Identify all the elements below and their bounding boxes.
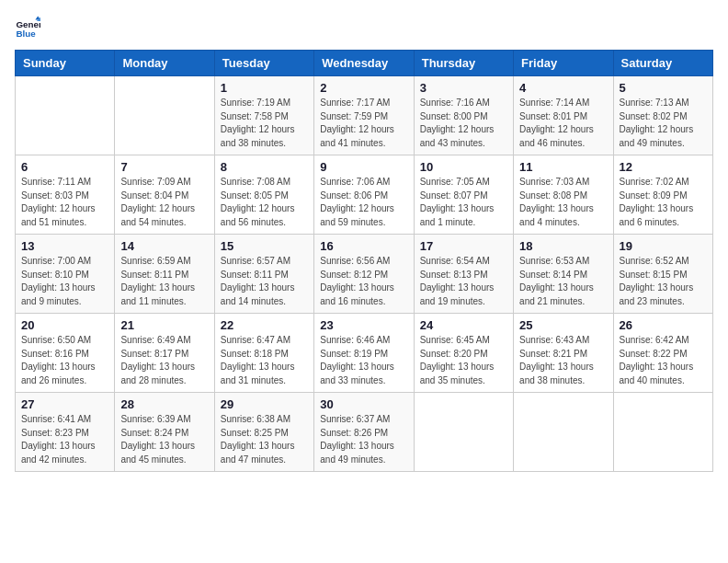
calendar-week-row: 13 Sunrise: 7:00 AMSunset: 8:10 PMDaylig…	[16, 235, 713, 314]
day-info: Sunrise: 6:39 AMSunset: 8:24 PMDaylight:…	[120, 414, 195, 465]
calendar-day-cell: 5 Sunrise: 7:13 AMSunset: 8:02 PMDayligh…	[613, 76, 712, 155]
weekday-header-cell: Sunday	[16, 51, 115, 76]
calendar-day-cell: 30 Sunrise: 6:37 AMSunset: 8:26 PMDaylig…	[314, 393, 414, 472]
calendar-day-cell: 15 Sunrise: 6:57 AMSunset: 8:11 PMDaylig…	[214, 235, 313, 314]
calendar-week-row: 1 Sunrise: 7:19 AMSunset: 7:58 PMDayligh…	[16, 76, 713, 155]
day-number: 16	[320, 239, 407, 253]
calendar-day-cell: 2 Sunrise: 7:17 AMSunset: 7:59 PMDayligh…	[314, 76, 414, 155]
day-info: Sunrise: 6:53 AMSunset: 8:14 PMDaylight:…	[519, 256, 594, 306]
day-number: 7	[120, 160, 208, 174]
day-info: Sunrise: 7:06 AMSunset: 8:06 PMDaylight:…	[320, 177, 394, 227]
calendar-day-cell: 8 Sunrise: 7:08 AMSunset: 8:05 PMDayligh…	[214, 155, 313, 235]
day-info: Sunrise: 6:57 AMSunset: 8:11 PMDaylight:…	[221, 256, 295, 306]
calendar-day-cell: 13 Sunrise: 7:00 AMSunset: 8:10 PMDaylig…	[16, 235, 115, 314]
day-number: 3	[420, 81, 507, 95]
logo: General Blue	[15, 15, 44, 40]
weekday-header-cell: Tuesday	[214, 51, 313, 76]
day-info: Sunrise: 7:16 AMSunset: 8:00 PMDaylight:…	[420, 98, 495, 148]
day-number: 1	[221, 81, 308, 95]
calendar-day-cell: 26 Sunrise: 6:42 AMSunset: 8:22 PMDaylig…	[613, 314, 712, 393]
day-number: 12	[620, 160, 707, 174]
calendar-day-cell: 12 Sunrise: 7:02 AMSunset: 8:09 PMDaylig…	[613, 155, 712, 235]
day-number: 19	[620, 239, 707, 253]
page-header: General Blue	[15, 15, 713, 40]
calendar-day-cell: 3 Sunrise: 7:16 AMSunset: 8:00 PMDayligh…	[414, 76, 513, 155]
day-info: Sunrise: 7:17 AMSunset: 7:59 PMDaylight:…	[320, 98, 394, 148]
day-info: Sunrise: 6:50 AMSunset: 8:16 PMDaylight:…	[21, 335, 96, 385]
day-number: 27	[21, 397, 108, 411]
calendar-day-cell: 10 Sunrise: 7:05 AMSunset: 8:07 PMDaylig…	[414, 155, 513, 235]
day-number: 21	[120, 318, 208, 332]
calendar-day-cell: 6 Sunrise: 7:11 AMSunset: 8:03 PMDayligh…	[16, 155, 115, 235]
calendar-day-cell	[414, 393, 513, 472]
calendar-day-cell: 22 Sunrise: 6:47 AMSunset: 8:18 PMDaylig…	[214, 314, 313, 393]
day-info: Sunrise: 7:02 AMSunset: 8:09 PMDaylight:…	[620, 177, 694, 227]
day-info: Sunrise: 7:00 AMSunset: 8:10 PMDaylight:…	[21, 256, 96, 306]
day-info: Sunrise: 7:08 AMSunset: 8:05 PMDaylight:…	[221, 177, 295, 227]
calendar-day-cell: 16 Sunrise: 6:56 AMSunset: 8:12 PMDaylig…	[314, 235, 414, 314]
day-info: Sunrise: 6:49 AMSunset: 8:17 PMDaylight:…	[120, 335, 195, 385]
calendar-day-cell: 28 Sunrise: 6:39 AMSunset: 8:24 PMDaylig…	[115, 393, 214, 472]
calendar-day-cell: 17 Sunrise: 6:54 AMSunset: 8:13 PMDaylig…	[414, 235, 513, 314]
calendar-day-cell	[613, 393, 712, 472]
day-info: Sunrise: 6:41 AMSunset: 8:23 PMDaylight:…	[21, 414, 96, 465]
day-number: 25	[519, 318, 607, 332]
day-info: Sunrise: 6:46 AMSunset: 8:19 PMDaylight:…	[320, 335, 394, 385]
calendar-day-cell: 21 Sunrise: 6:49 AMSunset: 8:17 PMDaylig…	[115, 314, 214, 393]
calendar-day-cell	[115, 76, 214, 155]
calendar-day-cell: 29 Sunrise: 6:38 AMSunset: 8:25 PMDaylig…	[214, 393, 313, 472]
day-info: Sunrise: 7:13 AMSunset: 8:02 PMDaylight:…	[620, 98, 694, 148]
day-number: 22	[221, 318, 308, 332]
day-number: 30	[320, 397, 407, 411]
day-info: Sunrise: 6:52 AMSunset: 8:15 PMDaylight:…	[620, 256, 694, 306]
calendar-day-cell: 4 Sunrise: 7:14 AMSunset: 8:01 PMDayligh…	[514, 76, 613, 155]
day-number: 26	[620, 318, 707, 332]
calendar-day-cell: 1 Sunrise: 7:19 AMSunset: 7:58 PMDayligh…	[214, 76, 313, 155]
day-number: 4	[519, 81, 607, 95]
day-number: 28	[120, 397, 208, 411]
calendar-day-cell: 11 Sunrise: 7:03 AMSunset: 8:08 PMDaylig…	[514, 155, 613, 235]
day-info: Sunrise: 6:54 AMSunset: 8:13 PMDaylight:…	[420, 256, 495, 306]
day-number: 23	[320, 318, 407, 332]
day-number: 14	[120, 239, 208, 253]
day-info: Sunrise: 7:11 AMSunset: 8:03 PMDaylight:…	[21, 177, 96, 227]
calendar-day-cell	[514, 393, 613, 472]
day-info: Sunrise: 7:03 AMSunset: 8:08 PMDaylight:…	[519, 177, 594, 227]
calendar-week-row: 20 Sunrise: 6:50 AMSunset: 8:16 PMDaylig…	[16, 314, 713, 393]
weekday-header-row: SundayMondayTuesdayWednesdayThursdayFrid…	[16, 51, 713, 76]
day-info: Sunrise: 6:47 AMSunset: 8:18 PMDaylight:…	[221, 335, 295, 385]
calendar-day-cell: 24 Sunrise: 6:45 AMSunset: 8:20 PMDaylig…	[414, 314, 513, 393]
day-number: 24	[420, 318, 507, 332]
calendar-day-cell: 18 Sunrise: 6:53 AMSunset: 8:14 PMDaylig…	[514, 235, 613, 314]
day-info: Sunrise: 6:56 AMSunset: 8:12 PMDaylight:…	[320, 256, 394, 306]
calendar-day-cell: 14 Sunrise: 6:59 AMSunset: 8:11 PMDaylig…	[115, 235, 214, 314]
day-number: 8	[221, 160, 308, 174]
day-number: 6	[21, 160, 108, 174]
calendar-day-cell: 27 Sunrise: 6:41 AMSunset: 8:23 PMDaylig…	[16, 393, 115, 472]
weekday-header-cell: Wednesday	[314, 51, 414, 76]
day-info: Sunrise: 6:42 AMSunset: 8:22 PMDaylight:…	[620, 335, 694, 385]
calendar-day-cell: 23 Sunrise: 6:46 AMSunset: 8:19 PMDaylig…	[314, 314, 414, 393]
day-number: 5	[620, 81, 707, 95]
day-info: Sunrise: 7:09 AMSunset: 8:04 PMDaylight:…	[120, 177, 195, 227]
calendar-day-cell	[16, 76, 115, 155]
day-number: 20	[21, 318, 108, 332]
day-info: Sunrise: 7:05 AMSunset: 8:07 PMDaylight:…	[420, 177, 495, 227]
calendar-week-row: 27 Sunrise: 6:41 AMSunset: 8:23 PMDaylig…	[16, 393, 713, 472]
day-number: 9	[320, 160, 407, 174]
calendar-body: 1 Sunrise: 7:19 AMSunset: 7:58 PMDayligh…	[16, 76, 713, 472]
day-info: Sunrise: 7:19 AMSunset: 7:58 PMDaylight:…	[221, 98, 295, 148]
calendar-day-cell: 7 Sunrise: 7:09 AMSunset: 8:04 PMDayligh…	[115, 155, 214, 235]
day-number: 2	[320, 81, 407, 95]
day-number: 17	[420, 239, 507, 253]
svg-text:Blue: Blue	[16, 29, 36, 39]
calendar-day-cell: 9 Sunrise: 7:06 AMSunset: 8:06 PMDayligh…	[314, 155, 414, 235]
calendar-day-cell: 19 Sunrise: 6:52 AMSunset: 8:15 PMDaylig…	[613, 235, 712, 314]
calendar-day-cell: 25 Sunrise: 6:43 AMSunset: 8:21 PMDaylig…	[514, 314, 613, 393]
calendar-week-row: 6 Sunrise: 7:11 AMSunset: 8:03 PMDayligh…	[16, 155, 713, 235]
day-info: Sunrise: 6:59 AMSunset: 8:11 PMDaylight:…	[120, 256, 195, 306]
calendar-table: SundayMondayTuesdayWednesdayThursdayFrid…	[15, 50, 713, 472]
weekday-header-cell: Thursday	[414, 51, 513, 76]
day-number: 11	[519, 160, 607, 174]
day-number: 13	[21, 239, 108, 253]
